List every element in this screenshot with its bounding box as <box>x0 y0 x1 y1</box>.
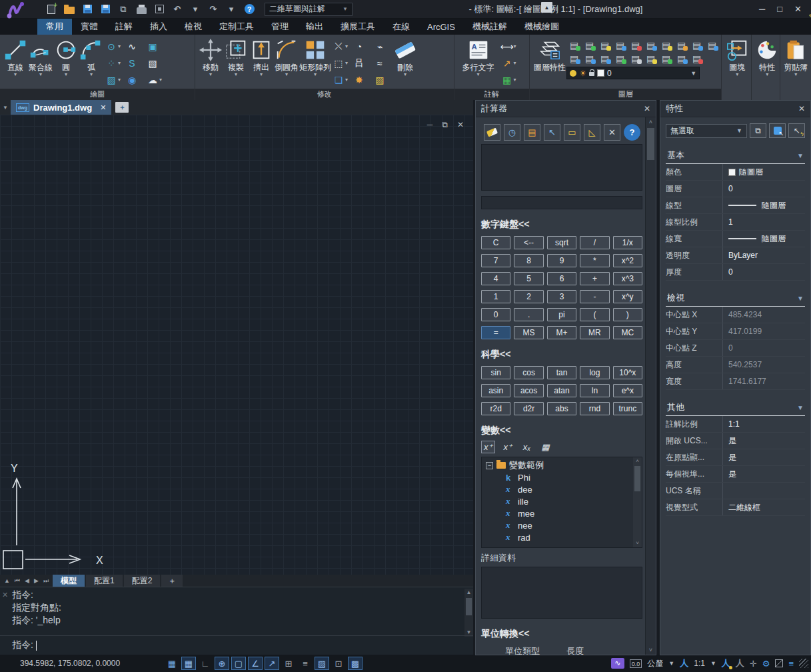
ribbon-tab[interactable]: 管理 <box>263 19 297 35</box>
draw-tool-icon[interactable]: ∿▾ <box>125 38 145 55</box>
layer-tool-icon[interactable]: ▤ <box>612 52 628 65</box>
doc-tab-menu-icon[interactable]: ▼ <box>0 100 11 115</box>
get-coordinates-icon[interactable]: ↖ <box>544 124 560 141</box>
layer-tool-icon[interactable]: ▤ <box>612 39 628 52</box>
calc-key[interactable]: + <box>580 272 609 285</box>
settings-gear-icon[interactable]: ⚙ <box>762 659 770 669</box>
selection-cursor-icon[interactable]: ✛ <box>750 659 757 669</box>
ribbon-tab[interactable]: 常用 <box>37 19 72 35</box>
property-row[interactable]: 中心點 X 485.4234 <box>666 307 805 323</box>
calc-key[interactable]: x^3 <box>613 272 642 285</box>
scroll-up-icon[interactable]: ▲ <box>464 589 473 597</box>
resize-grip[interactable] <box>799 659 808 668</box>
ribbon-tab[interactable]: 擴展工具 <box>332 19 384 35</box>
variable-item[interactable]: x rad <box>486 531 642 543</box>
layer-tool-icon[interactable]: ▤ <box>582 39 597 52</box>
draw-tool-icon[interactable]: ▨▾ <box>104 71 124 88</box>
variables-folder-row[interactable]: − 變數範例 <box>486 459 642 471</box>
calc-key[interactable]: atan <box>547 384 576 397</box>
calc-key[interactable]: d2r <box>514 402 543 415</box>
calc-key[interactable]: 10^x <box>613 366 642 379</box>
calc-key[interactable]: e^x <box>613 384 642 397</box>
calc-key[interactable]: - <box>580 290 609 303</box>
scroll-up-icon[interactable]: ˄ <box>633 457 642 465</box>
drawing-canvas[interactable]: ─ ⧉ ✕ Y X <box>0 115 473 575</box>
new-drawing-tab-button[interactable]: ＋ <box>115 102 129 113</box>
grid-toggle[interactable]: ▦ <box>181 657 196 670</box>
quick-select-icon[interactable]: ⧉ <box>750 123 766 138</box>
layer-tool-icon[interactable]: ▤ <box>582 52 597 65</box>
variable-item[interactable]: x vee <box>486 543 642 548</box>
calc-key[interactable]: / <box>580 236 609 249</box>
calc-key[interactable]: M+ <box>547 326 576 339</box>
calc-key[interactable]: asin <box>481 384 510 397</box>
calculator-input-field[interactable] <box>481 196 642 209</box>
next-layout-icon[interactable]: ▶ <box>34 577 39 584</box>
scroll-down-icon[interactable]: ˅ <box>633 539 642 547</box>
layer-tool-icon[interactable]: ▤ <box>643 52 658 65</box>
layer-tool-icon[interactable]: ▤ <box>566 39 582 52</box>
paste-to-command-icon[interactable]: ▤ <box>524 124 540 141</box>
angular-snap-toggle[interactable]: ∠ <box>248 657 263 670</box>
batch-plot-icon[interactable]: ⧉ <box>117 3 129 15</box>
modify-tool-icon[interactable]: ≈▾ <box>373 55 393 71</box>
annotation-scale-icon[interactable]: 人 <box>680 657 688 669</box>
mdi-minimize-button[interactable]: ─ <box>427 120 433 129</box>
calc-key[interactable]: ( <box>580 308 609 321</box>
redo-icon[interactable]: ↷ <box>207 3 219 15</box>
close-icon[interactable]: ✕ <box>100 103 106 112</box>
calc-key[interactable]: 6 <box>547 272 576 285</box>
calc-key[interactable]: cos <box>514 366 543 379</box>
calc-key[interactable]: = <box>481 326 510 339</box>
scroll-down-icon[interactable]: ˅ <box>646 645 656 655</box>
ribbon-tab[interactable]: 實體 <box>72 19 107 35</box>
property-row[interactable]: 顏色 隨圖層 <box>666 164 805 181</box>
calc-key[interactable]: sqrt <box>547 236 576 249</box>
draw-tool-icon[interactable]: ▧▾ <box>145 55 165 71</box>
calc-key[interactable]: MC <box>613 326 642 339</box>
undo-dropdown-icon[interactable]: ▾ <box>189 3 201 15</box>
variables-tree[interactable]: − 變數範例 k Phi x dee x ille x mee x <box>481 457 642 548</box>
print-icon[interactable] <box>135 3 147 15</box>
calc-key[interactable]: x^2 <box>613 254 642 267</box>
variable-item[interactable]: x dee <box>486 483 642 495</box>
calc-key[interactable]: acos <box>514 384 543 397</box>
property-row[interactable]: 高度 540.2537 <box>666 357 805 373</box>
variable-item[interactable]: x nee <box>486 519 642 531</box>
calc-key[interactable]: . <box>514 308 543 321</box>
tree-scrollbar[interactable]: ˄ ˅ <box>633 457 642 547</box>
layer-tool-icon[interactable]: ▤ <box>658 39 674 52</box>
property-row[interactable]: 註解比例 1:1 <box>666 416 805 433</box>
angle-icon[interactable]: ◺ <box>584 124 600 141</box>
scrollbar-thumb[interactable] <box>647 128 654 160</box>
mdi-close-button[interactable]: ✕ <box>457 120 464 129</box>
ribbon-tab[interactable]: 機械繪圖 <box>516 19 568 35</box>
calc-key[interactable]: 0 <box>481 308 510 321</box>
quick-properties-toggle[interactable]: ⊡ <box>331 657 346 670</box>
circle-button[interactable]: 圓▾ <box>53 37 79 77</box>
ribbon-tab[interactable]: 檢視 <box>176 19 211 35</box>
otrack-toggle[interactable]: ↗ <box>265 657 279 670</box>
scrollbar-thumb[interactable] <box>466 598 472 615</box>
draw-tool-icon[interactable]: ⊙▾ <box>104 38 124 55</box>
draw-tool-icon[interactable]: ▣▾ <box>145 38 165 55</box>
redo-dropdown-icon[interactable]: ▾ <box>225 3 237 15</box>
command-scrollbar[interactable]: ▲ ▼ <box>464 589 473 637</box>
layout-menu-icon[interactable]: ▲ <box>4 577 10 584</box>
annotation-autoscale-icon[interactable]: 人 <box>736 657 744 669</box>
numpad-section-header[interactable]: 數字鍵盤<< <box>481 219 642 231</box>
calc-key[interactable]: 2 <box>514 290 543 303</box>
property-row[interactable]: 線寬 隨圖層 <box>666 231 805 247</box>
use-in-calc-icon[interactable]: ▦ <box>538 441 552 453</box>
new-variable-icon[interactable]: x⁺ <box>481 441 495 453</box>
scientific-section-header[interactable]: 科學<< <box>481 349 642 361</box>
scroll-up-icon[interactable]: ˄ <box>646 117 656 127</box>
calc-key[interactable]: 8 <box>514 254 543 267</box>
section-other[interactable]: 其他▼ <box>666 399 805 416</box>
property-row[interactable]: 在原點顯... 是 <box>666 449 805 466</box>
edit-variable-icon[interactable]: x⁺ <box>500 441 514 453</box>
minimize-button[interactable]: ─ <box>759 4 765 14</box>
section-basic[interactable]: 基本▼ <box>666 147 805 164</box>
calc-key[interactable]: 3 <box>547 290 576 303</box>
clipboard-button[interactable]: 剪貼簿▾ <box>783 37 808 77</box>
